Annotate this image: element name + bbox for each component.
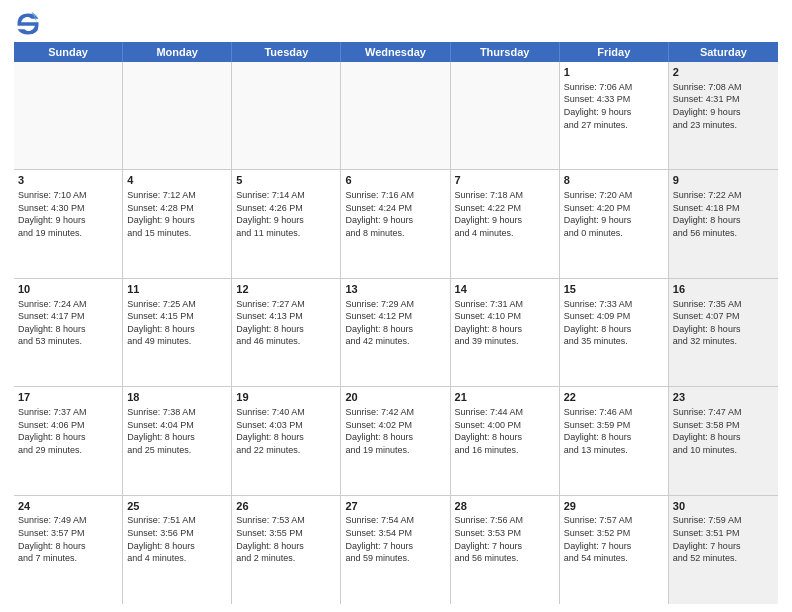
day-number: 26 bbox=[236, 499, 336, 514]
cell-info: Sunrise: 7:33 AM Sunset: 4:09 PM Dayligh… bbox=[564, 298, 664, 348]
weekday-header: Tuesday bbox=[232, 42, 341, 62]
day-number: 18 bbox=[127, 390, 227, 405]
calendar-cell: 8Sunrise: 7:20 AM Sunset: 4:20 PM Daylig… bbox=[560, 170, 669, 277]
calendar-body: 1Sunrise: 7:06 AM Sunset: 4:33 PM Daylig… bbox=[14, 62, 778, 604]
day-number: 23 bbox=[673, 390, 774, 405]
calendar-cell: 23Sunrise: 7:47 AM Sunset: 3:58 PM Dayli… bbox=[669, 387, 778, 494]
cell-info: Sunrise: 7:37 AM Sunset: 4:06 PM Dayligh… bbox=[18, 406, 118, 456]
cell-info: Sunrise: 7:24 AM Sunset: 4:17 PM Dayligh… bbox=[18, 298, 118, 348]
calendar-cell bbox=[14, 62, 123, 169]
cell-info: Sunrise: 7:16 AM Sunset: 4:24 PM Dayligh… bbox=[345, 189, 445, 239]
calendar-cell: 25Sunrise: 7:51 AM Sunset: 3:56 PM Dayli… bbox=[123, 496, 232, 604]
cell-info: Sunrise: 7:44 AM Sunset: 4:00 PM Dayligh… bbox=[455, 406, 555, 456]
cell-info: Sunrise: 7:06 AM Sunset: 4:33 PM Dayligh… bbox=[564, 81, 664, 131]
cell-info: Sunrise: 7:25 AM Sunset: 4:15 PM Dayligh… bbox=[127, 298, 227, 348]
cell-info: Sunrise: 7:31 AM Sunset: 4:10 PM Dayligh… bbox=[455, 298, 555, 348]
day-number: 22 bbox=[564, 390, 664, 405]
cell-info: Sunrise: 7:29 AM Sunset: 4:12 PM Dayligh… bbox=[345, 298, 445, 348]
day-number: 2 bbox=[673, 65, 774, 80]
day-number: 30 bbox=[673, 499, 774, 514]
calendar-row: 10Sunrise: 7:24 AM Sunset: 4:17 PM Dayli… bbox=[14, 279, 778, 387]
calendar-cell: 7Sunrise: 7:18 AM Sunset: 4:22 PM Daylig… bbox=[451, 170, 560, 277]
day-number: 14 bbox=[455, 282, 555, 297]
day-number: 25 bbox=[127, 499, 227, 514]
day-number: 20 bbox=[345, 390, 445, 405]
day-number: 21 bbox=[455, 390, 555, 405]
calendar-cell: 22Sunrise: 7:46 AM Sunset: 3:59 PM Dayli… bbox=[560, 387, 669, 494]
calendar-cell bbox=[341, 62, 450, 169]
cell-info: Sunrise: 7:57 AM Sunset: 3:52 PM Dayligh… bbox=[564, 514, 664, 564]
cell-info: Sunrise: 7:47 AM Sunset: 3:58 PM Dayligh… bbox=[673, 406, 774, 456]
cell-info: Sunrise: 7:42 AM Sunset: 4:02 PM Dayligh… bbox=[345, 406, 445, 456]
weekday-header: Thursday bbox=[451, 42, 560, 62]
day-number: 16 bbox=[673, 282, 774, 297]
day-number: 9 bbox=[673, 173, 774, 188]
calendar-cell: 16Sunrise: 7:35 AM Sunset: 4:07 PM Dayli… bbox=[669, 279, 778, 386]
calendar-row: 24Sunrise: 7:49 AM Sunset: 3:57 PM Dayli… bbox=[14, 496, 778, 604]
weekday-header: Saturday bbox=[669, 42, 778, 62]
day-number: 28 bbox=[455, 499, 555, 514]
weekday-header: Monday bbox=[123, 42, 232, 62]
calendar-cell: 13Sunrise: 7:29 AM Sunset: 4:12 PM Dayli… bbox=[341, 279, 450, 386]
calendar-cell bbox=[451, 62, 560, 169]
day-number: 17 bbox=[18, 390, 118, 405]
calendar-cell: 26Sunrise: 7:53 AM Sunset: 3:55 PM Dayli… bbox=[232, 496, 341, 604]
cell-info: Sunrise: 7:53 AM Sunset: 3:55 PM Dayligh… bbox=[236, 514, 336, 564]
logo bbox=[14, 10, 46, 38]
cell-info: Sunrise: 7:40 AM Sunset: 4:03 PM Dayligh… bbox=[236, 406, 336, 456]
calendar-cell: 2Sunrise: 7:08 AM Sunset: 4:31 PM Daylig… bbox=[669, 62, 778, 169]
cell-info: Sunrise: 7:54 AM Sunset: 3:54 PM Dayligh… bbox=[345, 514, 445, 564]
cell-info: Sunrise: 7:20 AM Sunset: 4:20 PM Dayligh… bbox=[564, 189, 664, 239]
weekday-header: Wednesday bbox=[341, 42, 450, 62]
calendar-row: 3Sunrise: 7:10 AM Sunset: 4:30 PM Daylig… bbox=[14, 170, 778, 278]
calendar-cell: 18Sunrise: 7:38 AM Sunset: 4:04 PM Dayli… bbox=[123, 387, 232, 494]
calendar-cell: 1Sunrise: 7:06 AM Sunset: 4:33 PM Daylig… bbox=[560, 62, 669, 169]
calendar-cell: 17Sunrise: 7:37 AM Sunset: 4:06 PM Dayli… bbox=[14, 387, 123, 494]
day-number: 4 bbox=[127, 173, 227, 188]
calendar-cell: 4Sunrise: 7:12 AM Sunset: 4:28 PM Daylig… bbox=[123, 170, 232, 277]
cell-info: Sunrise: 7:38 AM Sunset: 4:04 PM Dayligh… bbox=[127, 406, 227, 456]
day-number: 6 bbox=[345, 173, 445, 188]
calendar-row: 17Sunrise: 7:37 AM Sunset: 4:06 PM Dayli… bbox=[14, 387, 778, 495]
calendar-cell: 28Sunrise: 7:56 AM Sunset: 3:53 PM Dayli… bbox=[451, 496, 560, 604]
page: SundayMondayTuesdayWednesdayThursdayFrid… bbox=[0, 0, 792, 612]
calendar-cell: 19Sunrise: 7:40 AM Sunset: 4:03 PM Dayli… bbox=[232, 387, 341, 494]
cell-info: Sunrise: 7:27 AM Sunset: 4:13 PM Dayligh… bbox=[236, 298, 336, 348]
day-number: 24 bbox=[18, 499, 118, 514]
cell-info: Sunrise: 7:10 AM Sunset: 4:30 PM Dayligh… bbox=[18, 189, 118, 239]
calendar-cell: 20Sunrise: 7:42 AM Sunset: 4:02 PM Dayli… bbox=[341, 387, 450, 494]
cell-info: Sunrise: 7:18 AM Sunset: 4:22 PM Dayligh… bbox=[455, 189, 555, 239]
day-number: 1 bbox=[564, 65, 664, 80]
calendar-header: SundayMondayTuesdayWednesdayThursdayFrid… bbox=[14, 42, 778, 62]
day-number: 19 bbox=[236, 390, 336, 405]
calendar-cell: 10Sunrise: 7:24 AM Sunset: 4:17 PM Dayli… bbox=[14, 279, 123, 386]
calendar-cell bbox=[123, 62, 232, 169]
cell-info: Sunrise: 7:14 AM Sunset: 4:26 PM Dayligh… bbox=[236, 189, 336, 239]
calendar-cell: 12Sunrise: 7:27 AM Sunset: 4:13 PM Dayli… bbox=[232, 279, 341, 386]
cell-info: Sunrise: 7:12 AM Sunset: 4:28 PM Dayligh… bbox=[127, 189, 227, 239]
calendar-cell: 3Sunrise: 7:10 AM Sunset: 4:30 PM Daylig… bbox=[14, 170, 123, 277]
calendar: SundayMondayTuesdayWednesdayThursdayFrid… bbox=[14, 42, 778, 604]
cell-info: Sunrise: 7:49 AM Sunset: 3:57 PM Dayligh… bbox=[18, 514, 118, 564]
day-number: 5 bbox=[236, 173, 336, 188]
calendar-row: 1Sunrise: 7:06 AM Sunset: 4:33 PM Daylig… bbox=[14, 62, 778, 170]
day-number: 29 bbox=[564, 499, 664, 514]
calendar-cell bbox=[232, 62, 341, 169]
day-number: 10 bbox=[18, 282, 118, 297]
day-number: 7 bbox=[455, 173, 555, 188]
calendar-cell: 15Sunrise: 7:33 AM Sunset: 4:09 PM Dayli… bbox=[560, 279, 669, 386]
calendar-cell: 14Sunrise: 7:31 AM Sunset: 4:10 PM Dayli… bbox=[451, 279, 560, 386]
cell-info: Sunrise: 7:46 AM Sunset: 3:59 PM Dayligh… bbox=[564, 406, 664, 456]
calendar-cell: 24Sunrise: 7:49 AM Sunset: 3:57 PM Dayli… bbox=[14, 496, 123, 604]
day-number: 8 bbox=[564, 173, 664, 188]
day-number: 15 bbox=[564, 282, 664, 297]
day-number: 11 bbox=[127, 282, 227, 297]
calendar-cell: 9Sunrise: 7:22 AM Sunset: 4:18 PM Daylig… bbox=[669, 170, 778, 277]
calendar-cell: 30Sunrise: 7:59 AM Sunset: 3:51 PM Dayli… bbox=[669, 496, 778, 604]
day-number: 12 bbox=[236, 282, 336, 297]
calendar-cell: 11Sunrise: 7:25 AM Sunset: 4:15 PM Dayli… bbox=[123, 279, 232, 386]
calendar-cell: 27Sunrise: 7:54 AM Sunset: 3:54 PM Dayli… bbox=[341, 496, 450, 604]
calendar-cell: 5Sunrise: 7:14 AM Sunset: 4:26 PM Daylig… bbox=[232, 170, 341, 277]
weekday-header: Sunday bbox=[14, 42, 123, 62]
cell-info: Sunrise: 7:08 AM Sunset: 4:31 PM Dayligh… bbox=[673, 81, 774, 131]
